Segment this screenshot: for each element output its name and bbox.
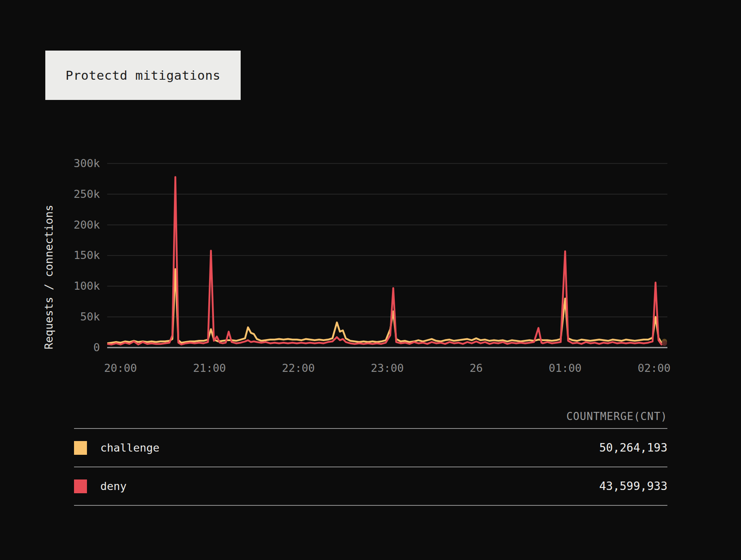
x-tick-21:00: 21:00 <box>181 361 238 375</box>
challenge-color-swatch <box>74 441 87 455</box>
y-tick-200k: 200k <box>44 219 100 231</box>
y-tick-150k: 150k <box>44 249 100 261</box>
y-tick-50k: 50k <box>44 311 100 323</box>
deny-color-swatch <box>74 479 87 493</box>
x-tick-23:00: 23:00 <box>359 361 416 375</box>
y-axis-tick-labels: 050k100k150k200k250k300k <box>44 158 100 354</box>
series-end-dot-deny <box>662 341 667 346</box>
legend-table: COUNTMERGE(CNT) challenge50,264,193deny4… <box>74 405 667 506</box>
x-tick-01:00: 01:00 <box>537 361 593 375</box>
legend-label-deny: deny <box>100 480 127 492</box>
legend-column-header: COUNTMERGE(CNT) <box>74 405 667 429</box>
legend-row-deny[interactable]: deny43,599,933 <box>74 467 667 506</box>
legend-rows: challenge50,264,193deny43,599,933 <box>74 429 667 506</box>
series-line-deny[interactable] <box>107 177 665 344</box>
dashboard-panel: Protectd mitigations Requests / connecti… <box>0 0 741 560</box>
x-axis-tick-labels: 20:0021:0022:0023:002601:0002:00 <box>107 361 667 378</box>
legend-value-challenge: 50,264,193 <box>599 441 667 454</box>
y-tick-100k: 100k <box>44 280 100 292</box>
legend-row-challenge[interactable]: challenge50,264,193 <box>74 429 667 467</box>
x-tick-20:00: 20:00 <box>92 361 149 375</box>
y-tick-250k: 250k <box>44 188 100 200</box>
timeseries-plot[interactable] <box>107 158 667 354</box>
x-tick-02:00: 02:00 <box>626 361 682 375</box>
legend-label-challenge: challenge <box>100 441 159 454</box>
legend-value-deny: 43,599,933 <box>599 479 667 493</box>
x-tick-22:00: 22:00 <box>270 361 327 375</box>
panel-title-box: Protectd mitigations <box>45 51 241 100</box>
x-tick-26: 26 <box>448 361 504 375</box>
series-line-challenge[interactable] <box>107 269 665 344</box>
y-tick-0: 0 <box>44 342 100 354</box>
y-tick-300k: 300k <box>44 157 100 170</box>
panel-title: Protectd mitigations <box>66 68 220 83</box>
